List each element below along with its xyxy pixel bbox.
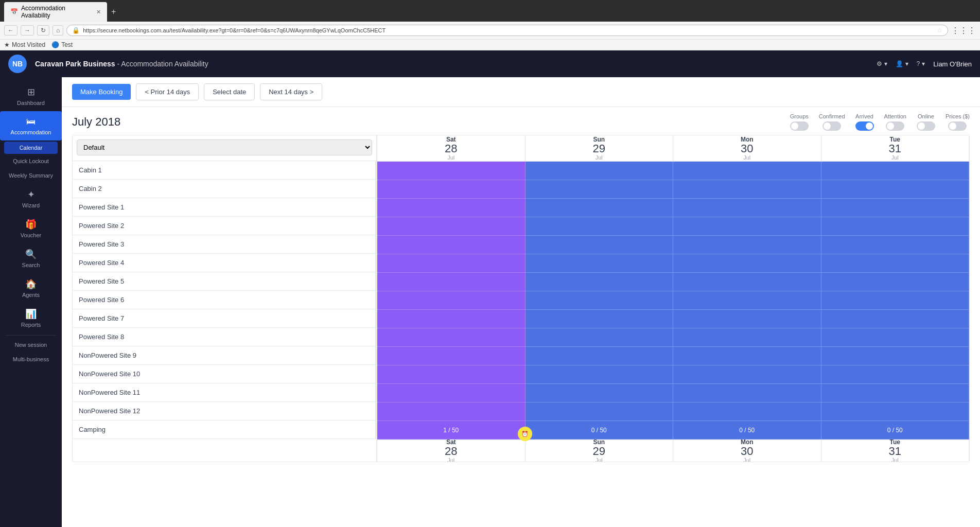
sidebar-item-calendar[interactable]: Calendar — [4, 142, 58, 154]
cell-powered8-mon[interactable] — [673, 328, 821, 347]
sidebar-item-voucher[interactable]: 🎁 Voucher — [0, 214, 62, 243]
cell-powered6-sat[interactable] — [377, 291, 526, 310]
back-button[interactable]: ← — [4, 25, 18, 36]
site-row-powered3[interactable]: Powered Site 3 — [73, 235, 376, 254]
cell-powered1-tue[interactable] — [821, 199, 970, 217]
sidebar-item-accommodation[interactable]: 🛏 Accommodation — [0, 111, 62, 140]
settings-icon-group[interactable]: ⚙ ▾ — [877, 60, 887, 67]
cell-powered1-sun[interactable] — [526, 199, 674, 217]
cell-cabin1-sat[interactable] — [377, 162, 526, 180]
home-button[interactable]: ⌂ — [52, 25, 63, 36]
site-row-powered7[interactable]: Powered Site 7 — [73, 309, 376, 328]
cell-nonpowered12-tue[interactable] — [821, 402, 970, 421]
cell-powered3-sun[interactable] — [526, 236, 674, 254]
site-row-cabin1[interactable]: Cabin 1 — [73, 161, 376, 180]
next-14-button[interactable]: Next 14 days > — [260, 83, 322, 100]
cell-powered7-sun[interactable] — [526, 310, 674, 328]
cell-powered7-sat[interactable] — [377, 310, 526, 328]
cell-powered5-mon[interactable] — [673, 273, 821, 291]
cell-camping-sun[interactable]: 0 / 50 — [526, 421, 674, 440]
tab-close-button[interactable]: ✕ — [96, 9, 101, 15]
select-date-button[interactable]: Select date — [204, 83, 255, 100]
cell-nonpowered10-tue[interactable] — [821, 365, 970, 384]
bookmark-star[interactable]: ☆ — [937, 27, 942, 34]
site-row-camping[interactable]: Camping — [73, 420, 376, 439]
cell-powered4-mon[interactable] — [673, 254, 821, 273]
sidebar-item-search[interactable]: 🔍 Search — [0, 243, 62, 273]
site-row-nonpowered11[interactable]: NonPowered Site 11 — [73, 383, 376, 402]
cell-powered3-sat[interactable] — [377, 236, 526, 254]
online-toggle[interactable] — [917, 121, 935, 131]
cell-powered7-mon[interactable] — [673, 310, 821, 328]
url-bar[interactable]: 🔒 https://secure.netbookings.com.au/test… — [66, 25, 948, 36]
cell-nonpowered11-sun[interactable] — [526, 384, 674, 402]
new-tab-button[interactable]: + — [107, 7, 120, 16]
sidebar-item-quick-lockout[interactable]: Quick Lockout — [4, 154, 58, 168]
cell-cabin2-sat[interactable] — [377, 180, 526, 199]
cell-nonpowered11-mon[interactable] — [673, 384, 821, 402]
cell-powered1-mon[interactable] — [673, 199, 821, 217]
confirmed-toggle[interactable] — [822, 121, 841, 131]
cell-powered2-tue[interactable] — [821, 217, 970, 236]
sidebar-item-dashboard[interactable]: ⊞ Dashboard — [0, 81, 62, 111]
user-icon-group[interactable]: 👤 ▾ — [896, 60, 908, 67]
cell-nonpowered12-sat[interactable] — [377, 402, 526, 421]
cell-powered8-sat[interactable] — [377, 328, 526, 347]
make-booking-button[interactable]: Make Booking — [72, 84, 131, 100]
cell-powered5-tue[interactable] — [821, 273, 970, 291]
site-row-powered2[interactable]: Powered Site 2 — [73, 217, 376, 235]
sidebar-item-multi-business[interactable]: Multi-business — [0, 352, 62, 366]
cell-camping-tue[interactable]: 0 / 50 — [821, 421, 970, 440]
sidebar-item-reports[interactable]: 📊 Reports — [0, 303, 62, 333]
sidebar-item-weekly-summary[interactable]: Weekly Summary — [4, 168, 58, 183]
arrived-toggle[interactable] — [855, 121, 874, 131]
cell-powered4-tue[interactable] — [821, 254, 970, 273]
site-row-powered4[interactable]: Powered Site 4 — [73, 254, 376, 272]
site-row-powered5[interactable]: Powered Site 5 — [73, 272, 376, 291]
cell-cabin2-mon[interactable] — [673, 180, 821, 199]
cell-cabin1-mon[interactable] — [673, 162, 821, 180]
site-row-cabin2[interactable]: Cabin 2 — [73, 180, 376, 198]
cell-nonpowered10-sun[interactable] — [526, 365, 674, 384]
sidebar-item-wizard[interactable]: ✦ Wizard — [0, 184, 62, 214]
cell-powered5-sun[interactable] — [526, 273, 674, 291]
prior-14-button[interactable]: < Prior 14 days — [136, 83, 199, 100]
site-row-nonpowered12[interactable]: NonPowered Site 12 — [73, 402, 376, 420]
cell-powered8-sun[interactable] — [526, 328, 674, 347]
attention-toggle[interactable] — [886, 121, 904, 131]
help-icon-group[interactable]: ? ▾ — [917, 60, 925, 67]
cell-cabin2-sun[interactable] — [526, 180, 674, 199]
cell-nonpowered10-mon[interactable] — [673, 365, 821, 384]
cell-nonpowered9-mon[interactable] — [673, 347, 821, 365]
cell-powered5-sat[interactable] — [377, 273, 526, 291]
cell-powered1-sat[interactable] — [377, 199, 526, 217]
cell-cabin1-tue[interactable] — [821, 162, 970, 180]
cell-nonpowered12-mon[interactable] — [673, 402, 821, 421]
cell-nonpowered9-tue[interactable] — [821, 347, 970, 365]
cell-powered4-sun[interactable] — [526, 254, 674, 273]
prices-toggle[interactable] — [948, 121, 967, 131]
cell-powered7-tue[interactable] — [821, 310, 970, 328]
cell-nonpowered10-sat[interactable] — [377, 365, 526, 384]
cell-powered4-sat[interactable] — [377, 254, 526, 273]
filter-select[interactable]: Default — [77, 139, 372, 155]
cell-powered2-sat[interactable] — [377, 217, 526, 236]
cell-powered6-tue[interactable] — [821, 291, 970, 310]
cell-powered6-mon[interactable] — [673, 291, 821, 310]
site-row-nonpowered10[interactable]: NonPowered Site 10 — [73, 365, 376, 383]
bookmark-most-visited[interactable]: ★ Most Visited — [4, 41, 45, 48]
cell-powered6-sun[interactable] — [526, 291, 674, 310]
site-row-nonpowered9[interactable]: NonPowered Site 9 — [73, 346, 376, 365]
refresh-button[interactable]: ↻ — [37, 25, 49, 36]
cell-nonpowered11-sat[interactable] — [377, 384, 526, 402]
more-options-icon[interactable]: ⋮⋮⋮ — [951, 26, 976, 36]
cell-camping-sat[interactable]: 1 / 50 ⏰ — [377, 421, 526, 440]
cell-cabin1-sun[interactable] — [526, 162, 674, 180]
cell-nonpowered9-sun[interactable] — [526, 347, 674, 365]
cell-nonpowered11-tue[interactable] — [821, 384, 970, 402]
groups-toggle[interactable] — [790, 121, 809, 131]
sidebar-item-new-session[interactable]: New session — [0, 338, 62, 352]
active-tab[interactable]: 📅 Accommodation Availability ✕ — [4, 2, 107, 22]
forward-button[interactable]: → — [21, 25, 34, 36]
cell-powered2-sun[interactable] — [526, 217, 674, 236]
